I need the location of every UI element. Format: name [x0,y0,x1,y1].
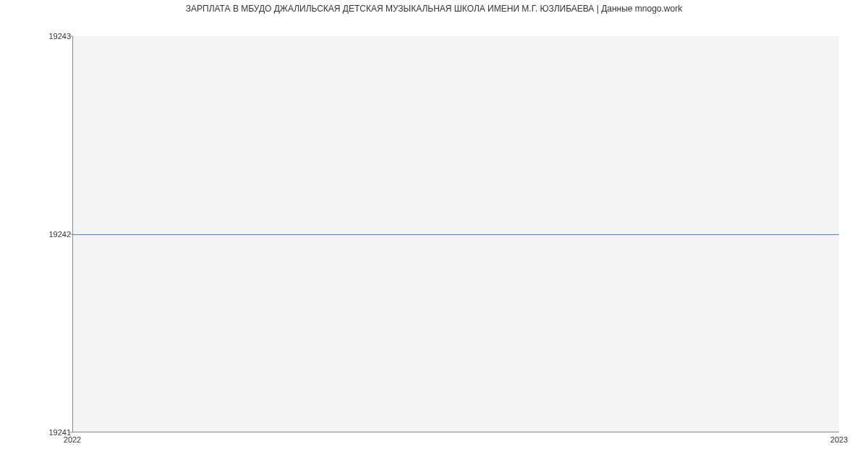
y-tick-label: 19242 [27,230,71,239]
y-tick-mark [69,234,72,235]
plot-area [72,36,839,432]
x-tick-label: 2022 [64,435,81,444]
data-line [73,234,839,235]
y-tick-label: 19243 [27,32,71,40]
x-tick-label: 2023 [830,435,848,444]
y-tick-mark [69,432,72,433]
y-tick-mark [69,36,72,37]
chart-title: ЗАРПЛАТА В МБУДО ДЖАЛИЛЬСКАЯ ДЕТСКАЯ МУЗ… [0,4,868,14]
